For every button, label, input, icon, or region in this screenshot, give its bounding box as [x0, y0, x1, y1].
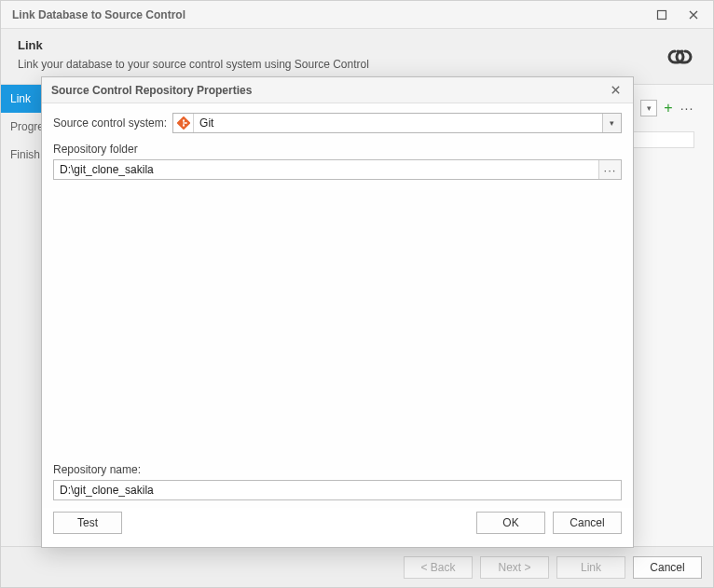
repo-folder-browse-button[interactable]: ··· — [598, 160, 621, 179]
repo-name-label: Repository name: — [53, 463, 622, 476]
repo-name-block: Repository name: — [53, 463, 622, 500]
dialog-close-button[interactable] — [603, 80, 627, 101]
back-button[interactable]: < Back — [404, 556, 473, 579]
dialog-spacer — [53, 189, 622, 454]
wizard-footer: < Back Next > Link Cancel — [1, 546, 713, 587]
repo-name-input[interactable] — [54, 481, 621, 499]
repo-folder-input-wrap: ··· — [53, 159, 622, 180]
dialog-cancel-button[interactable]: Cancel — [553, 512, 622, 534]
next-button[interactable]: Next > — [480, 556, 549, 579]
repo-folder-label: Repository folder — [53, 143, 622, 156]
ok-button[interactable]: OK — [476, 512, 545, 534]
add-connection-button[interactable]: + — [661, 100, 676, 116]
svg-rect-0 — [658, 10, 666, 19]
close-icon — [611, 85, 621, 95]
repo-folder-input[interactable] — [54, 160, 598, 179]
connection-dropdown[interactable]: ▾ — [640, 100, 657, 116]
scs-dropdown-arrow[interactable]: ▾ — [602, 114, 621, 132]
dialog-body: Source control system: Git ▾ — [42, 103, 633, 508]
scs-label: Source control system: — [53, 116, 167, 130]
background-field-placeholder — [629, 131, 694, 148]
page-subtitle: Link your database to your source contro… — [18, 58, 696, 71]
repo-name-input-wrap — [53, 480, 622, 500]
test-button[interactable]: Test — [53, 512, 122, 534]
repo-folder-block: Repository folder ··· — [53, 143, 622, 180]
repo-properties-dialog: Source Control Repository Properties Sou… — [41, 76, 634, 548]
page-title: Link — [18, 38, 696, 52]
dialog-footer: Test OK Cancel — [42, 508, 633, 547]
chevron-down-icon: ▾ — [647, 103, 652, 113]
window-title: Link Database to Source Control — [12, 8, 646, 21]
chevron-down-icon: ▾ — [610, 118, 614, 128]
dialog-title: Source Control Repository Properties — [51, 84, 603, 97]
git-icon — [173, 114, 194, 132]
link-button[interactable]: Link — [556, 556, 625, 579]
close-icon — [688, 9, 699, 21]
chain-link-icon — [666, 48, 696, 66]
cancel-button[interactable]: Cancel — [633, 556, 702, 579]
source-control-system-row: Source control system: Git ▾ — [53, 113, 622, 133]
window-close-button[interactable] — [678, 4, 709, 26]
connection-toolbar: ▾ + ··· — [640, 100, 694, 116]
ellipsis-icon: ··· — [680, 101, 694, 116]
ellipsis-icon: ··· — [604, 163, 617, 177]
window-maximize-button[interactable] — [646, 4, 678, 26]
dialog-titlebar: Source Control Repository Properties — [42, 77, 633, 103]
scs-select[interactable]: Git ▾ — [172, 113, 622, 133]
scs-selected-value: Git — [194, 114, 602, 132]
maximize-icon — [656, 9, 667, 21]
more-options-button[interactable]: ··· — [680, 101, 694, 116]
plus-icon: + — [664, 100, 672, 116]
window-titlebar: Link Database to Source Control — [1, 1, 713, 29]
